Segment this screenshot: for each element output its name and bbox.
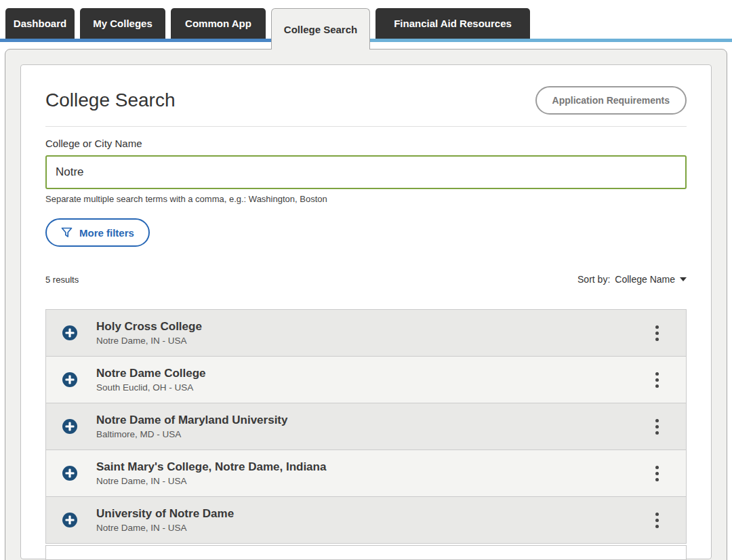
- chevron-down-icon: [680, 277, 687, 281]
- college-result-row: University of Notre Dame Notre Dame, IN …: [45, 496, 687, 544]
- college-search-card: College Search Application Requirements …: [20, 64, 712, 559]
- plus-circle-icon: [62, 325, 77, 340]
- college-results-list: Holy Cross College Notre Dame, IN - USA …: [45, 309, 687, 560]
- tab-college-search[interactable]: College Search: [271, 8, 370, 49]
- add-college-button[interactable]: [62, 372, 77, 387]
- tab-content-panel: College Search Application Requirements …: [5, 49, 727, 560]
- college-info: Notre Dame College South Euclid, OH - US…: [96, 367, 653, 393]
- header-divider: [45, 126, 687, 127]
- main-tab-bar: Dashboard My Colleges Common App College…: [0, 8, 732, 39]
- application-requirements-button[interactable]: Application Requirements: [535, 86, 687, 115]
- sort-prefix-label: Sort by:: [577, 274, 610, 285]
- next-section-cutoff: [45, 545, 687, 560]
- kebab-menu-icon[interactable]: [653, 463, 662, 484]
- card-header: College Search Application Requirements: [45, 86, 687, 115]
- college-name: Holy Cross College: [96, 320, 653, 334]
- college-name: Saint Mary's College, Notre Dame, Indian…: [96, 460, 653, 474]
- college-result-row: Notre Dame of Maryland University Baltim…: [45, 403, 687, 450]
- kebab-menu-icon[interactable]: [653, 416, 662, 437]
- results-toolbar: 5 results Sort by: College Name: [45, 274, 687, 285]
- add-college-button[interactable]: [62, 466, 77, 481]
- search-helper-text: Separate multiple search terms with a co…: [45, 194, 687, 204]
- college-location: South Euclid, OH - USA: [96, 382, 653, 393]
- college-info: Holy Cross College Notre Dame, IN - USA: [96, 320, 653, 346]
- college-location: Baltimore, MD - USA: [96, 429, 653, 439]
- kebab-menu-icon[interactable]: [653, 510, 662, 531]
- sort-selected-value: College Name: [615, 274, 675, 285]
- page-title: College Search: [45, 89, 175, 111]
- college-location: Notre Dame, IN - USA: [96, 476, 653, 486]
- add-college-button[interactable]: [62, 325, 77, 340]
- kebab-menu-icon[interactable]: [653, 369, 662, 391]
- college-result-row: Holy Cross College Notre Dame, IN - USA: [45, 309, 687, 357]
- results-count: 5 results: [45, 275, 79, 285]
- add-college-button[interactable]: [62, 419, 77, 434]
- college-location: Notre Dame, IN - USA: [96, 336, 653, 346]
- plus-circle-icon: [62, 419, 77, 434]
- college-info: Notre Dame of Maryland University Baltim…: [96, 414, 653, 439]
- college-name: University of Notre Dame: [96, 507, 653, 521]
- college-name: Notre Dame of Maryland University: [96, 414, 653, 427]
- plus-circle-icon: [62, 372, 77, 387]
- add-college-button[interactable]: [62, 513, 77, 527]
- college-name: Notre Dame College: [96, 367, 653, 380]
- college-search-input[interactable]: [45, 155, 687, 189]
- college-location: Notre Dame, IN - USA: [96, 523, 653, 533]
- college-result-row: Saint Mary's College, Notre Dame, Indian…: [45, 449, 687, 497]
- app-window: Dashboard My Colleges Common App College…: [0, 0, 732, 560]
- more-filters-button[interactable]: More filters: [45, 218, 150, 247]
- college-info: University of Notre Dame Notre Dame, IN …: [96, 507, 653, 533]
- tab-common-app[interactable]: Common App: [171, 8, 266, 39]
- plus-circle-icon: [62, 513, 77, 527]
- college-info: Saint Mary's College, Notre Dame, Indian…: [96, 460, 653, 486]
- more-filters-label: More filters: [79, 227, 134, 239]
- kebab-menu-icon[interactable]: [653, 323, 662, 344]
- plus-circle-icon: [62, 466, 77, 481]
- tab-my-colleges[interactable]: My Colleges: [80, 8, 165, 39]
- sort-dropdown[interactable]: Sort by: College Name: [577, 274, 687, 285]
- college-result-row: Notre Dame College South Euclid, OH - US…: [45, 356, 687, 403]
- search-field-label: College or City Name: [45, 138, 687, 149]
- tab-dashboard[interactable]: Dashboard: [5, 8, 75, 39]
- funnel-icon: [61, 227, 73, 238]
- tab-financial-aid-resources[interactable]: Financial Aid Resources: [375, 8, 530, 39]
